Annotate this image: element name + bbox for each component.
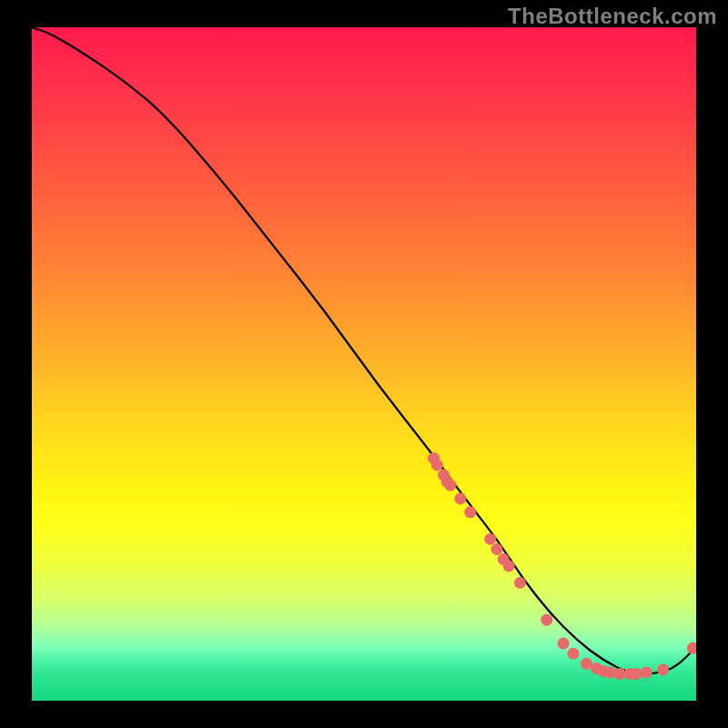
data-marker — [687, 642, 696, 654]
data-marker — [484, 533, 496, 545]
watermark-text: TheBottleneck.com — [508, 4, 717, 29]
data-marker — [567, 648, 579, 660]
chart-svg-overlay — [32, 27, 696, 701]
data-marker — [641, 666, 652, 678]
data-marker — [491, 543, 503, 555]
data-marker — [431, 460, 443, 471]
chart-frame: TheBottleneck.com — [0, 0, 728, 728]
data-marker — [558, 638, 570, 650]
bottleneck-curve — [32, 27, 696, 673]
data-marker — [631, 668, 642, 680]
data-marker — [541, 614, 552, 626]
data-marker — [454, 493, 466, 505]
data-marker — [503, 561, 515, 572]
data-markers — [428, 452, 696, 680]
data-marker — [604, 666, 616, 678]
data-marker — [464, 506, 476, 518]
data-marker — [514, 577, 526, 589]
data-marker — [657, 663, 669, 675]
data-marker — [444, 480, 456, 491]
